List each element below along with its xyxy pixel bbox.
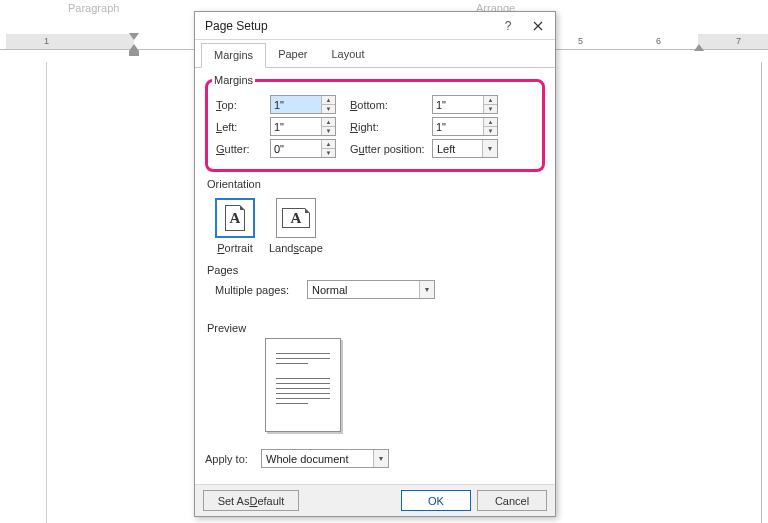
group-orientation-legend: Orientation xyxy=(207,178,545,190)
apply-to-value: Whole document xyxy=(262,453,373,465)
right-indent-marker[interactable] xyxy=(694,44,704,51)
gutter-up[interactable]: ▲ xyxy=(322,140,335,149)
margin-left-spinner[interactable]: ▲▼ xyxy=(270,117,336,136)
first-line-indent-marker[interactable] xyxy=(129,33,139,40)
margin-bottom-spinner[interactable]: ▲▼ xyxy=(432,95,498,114)
hanging-indent-marker[interactable] xyxy=(129,44,139,51)
close-icon xyxy=(533,21,543,31)
tab-paper[interactable]: Paper xyxy=(266,43,319,68)
margin-left-up[interactable]: ▲ xyxy=(322,118,335,127)
group-pages-legend: Pages xyxy=(207,264,545,276)
ok-button[interactable]: OK xyxy=(401,490,471,511)
label-gutter: Gutter: xyxy=(216,143,270,155)
margin-left-down[interactable]: ▼ xyxy=(322,127,335,135)
margin-top-down[interactable]: ▼ xyxy=(322,105,335,113)
label-bottom: Bottom: xyxy=(336,99,432,111)
cancel-button[interactable]: Cancel xyxy=(477,490,547,511)
label-left: Left: xyxy=(216,121,270,133)
margin-left-input[interactable] xyxy=(271,118,321,135)
group-margins-legend: Margins xyxy=(212,74,255,86)
chevron-down-icon[interactable]: ▼ xyxy=(373,450,388,467)
label-top: Top: xyxy=(216,99,270,111)
margin-bottom-input[interactable] xyxy=(433,96,483,113)
portrait-icon: A xyxy=(215,198,255,238)
titlebar: Page Setup ? xyxy=(195,12,555,40)
tab-layout[interactable]: Layout xyxy=(319,43,376,68)
button-bar: Set As Default OK Cancel xyxy=(195,484,555,516)
gutter-position-value: Left xyxy=(433,143,482,155)
orientation-row: A Portrait A Landscape xyxy=(205,194,545,258)
margin-bottom-up[interactable]: ▲ xyxy=(484,96,497,105)
gutter-spinner[interactable]: ▲▼ xyxy=(270,139,336,158)
multiple-pages-value: Normal xyxy=(308,284,419,296)
label-apply-to: Apply to: xyxy=(205,453,261,465)
tab-margins[interactable]: Margins xyxy=(201,43,266,68)
left-indent-marker[interactable] xyxy=(129,51,139,56)
landscape-icon: A xyxy=(276,198,316,238)
group-preview-legend: Preview xyxy=(207,322,545,334)
ruler-tick-5: 5 xyxy=(578,36,583,46)
landscape-label: Landscape xyxy=(269,242,323,254)
group-margins: Margins Top: ▲▼ Bottom: ▲▼ Left: ▲▼ xyxy=(205,74,545,172)
portrait-label: Portrait xyxy=(217,242,252,254)
gutter-position-combo[interactable]: Left ▼ xyxy=(432,139,498,158)
margin-right-spinner[interactable]: ▲▼ xyxy=(432,117,498,136)
apply-to-combo[interactable]: Whole document ▼ xyxy=(261,449,389,468)
label-right: Right: xyxy=(336,121,432,133)
gutter-input[interactable] xyxy=(271,140,321,157)
page-setup-dialog: Page Setup ? Margins Paper Layout Margin… xyxy=(194,11,556,517)
margin-top-spinner[interactable]: ▲▼ xyxy=(270,95,336,114)
margin-bottom-down[interactable]: ▼ xyxy=(484,105,497,113)
tabs: Margins Paper Layout xyxy=(195,42,555,68)
close-button[interactable] xyxy=(521,12,555,40)
ruler-tick-1: 1 xyxy=(44,36,49,46)
margin-right-up[interactable]: ▲ xyxy=(484,118,497,127)
label-gutter-position: Gutter position: xyxy=(336,143,432,155)
ruler-tick-7: 7 xyxy=(736,36,741,46)
ribbon-group-paragraph: Paragraph xyxy=(68,2,119,14)
margin-right-input[interactable] xyxy=(433,118,483,135)
margin-right-down[interactable]: ▼ xyxy=(484,127,497,135)
multiple-pages-combo[interactable]: Normal ▼ xyxy=(307,280,435,299)
gutter-down[interactable]: ▼ xyxy=(322,149,335,157)
label-multiple-pages: Multiple pages: xyxy=(215,284,307,296)
ruler-tick-6: 6 xyxy=(656,36,661,46)
chevron-down-icon[interactable]: ▼ xyxy=(482,140,497,157)
preview-page-icon xyxy=(265,338,341,432)
margin-top-input[interactable] xyxy=(271,96,321,113)
chevron-down-icon[interactable]: ▼ xyxy=(419,281,434,298)
orientation-landscape[interactable]: A Landscape xyxy=(269,198,323,254)
set-as-default-button[interactable]: Set As Default xyxy=(203,490,299,511)
dialog-title: Page Setup xyxy=(195,19,495,33)
help-button[interactable]: ? xyxy=(495,12,521,40)
margin-top-up[interactable]: ▲ xyxy=(322,96,335,105)
orientation-portrait[interactable]: A Portrait xyxy=(215,198,255,254)
